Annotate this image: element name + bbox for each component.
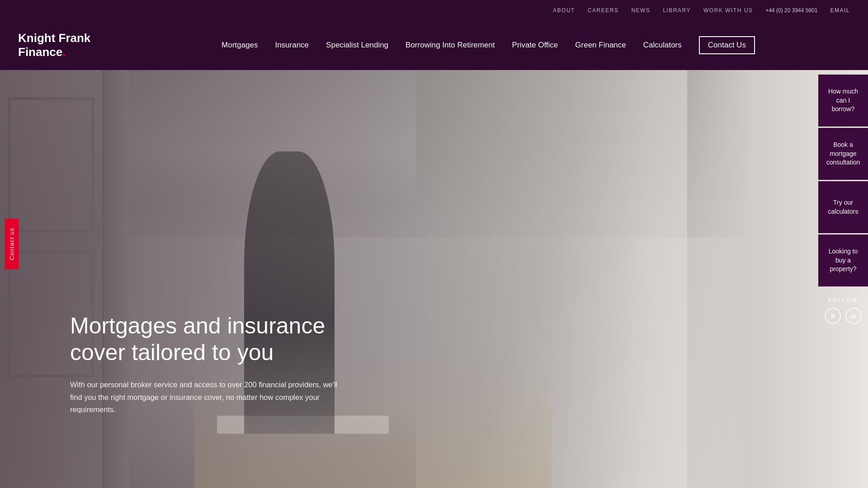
nav-specialist-lending[interactable]: Specialist Lending [326, 41, 388, 50]
contact-side-tab[interactable]: Contact us [5, 219, 19, 269]
side-widget-panel: How much can I borrow? Book a mortgage c… [809, 70, 868, 488]
hero-headline: Mortgages and insurance cover tailored t… [70, 313, 350, 366]
widget-book-consultation[interactable]: Book a mortgage consultation [818, 128, 868, 180]
hero-subtext: With our personal broker service and acc… [70, 379, 350, 416]
widget-how-much-borrow[interactable]: How much can I borrow? [818, 75, 868, 127]
nav-insurance[interactable]: Insurance [275, 41, 309, 50]
follow-label: FOLLOW [818, 297, 868, 303]
top-nav-careers[interactable]: CAREERS [588, 7, 619, 14]
top-nav-library[interactable]: LIBRARY [663, 7, 691, 14]
nav-contact-us[interactable]: Contact Us [699, 36, 755, 54]
site-logo[interactable]: Knight Frank Finance. [18, 31, 127, 59]
twitter-icon[interactable]: 𝕏 [825, 308, 841, 324]
hero-section: Mortgages and insurance cover tailored t… [0, 70, 868, 488]
linkedin-icon[interactable]: in [845, 308, 862, 324]
nav-borrowing-into-retirement[interactable]: Borrowing Into Retirement [406, 41, 495, 50]
nav-mortgages[interactable]: Mortgages [222, 41, 258, 50]
widget-looking-to-buy[interactable]: Looking to buy a property? [818, 235, 868, 286]
top-nav-about[interactable]: ABOUT [553, 7, 575, 14]
widget-try-calculators[interactable]: Try our calculators [818, 181, 868, 233]
top-nav-work-with-us[interactable]: WORK WITH US [703, 7, 753, 14]
top-nav-phone[interactable]: +44 (0) 20 3944 5601 [765, 7, 817, 14]
follow-section: FOLLOW 𝕏 in [818, 297, 868, 324]
nav-private-office[interactable]: Private Office [512, 41, 558, 50]
top-nav-news[interactable]: NEWS [631, 7, 650, 14]
nav-calculators[interactable]: Calculators [643, 41, 682, 50]
top-nav-email[interactable]: EMAIL [830, 7, 850, 14]
hero-content: Mortgages and insurance cover tailored t… [70, 313, 350, 416]
main-navigation: Mortgages Insurance Specialist Lending B… [127, 20, 850, 70]
nav-green-finance[interactable]: Green Finance [575, 41, 626, 50]
